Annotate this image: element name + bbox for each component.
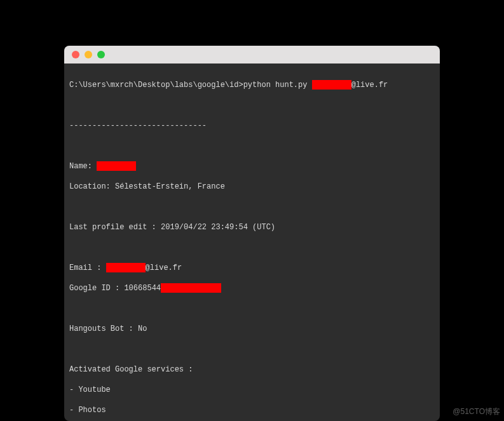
- name-label: Name:: [69, 162, 97, 171]
- services-header: Activated Google services :: [69, 364, 435, 375]
- email-line: Email : xxxxxx@live.fr: [69, 263, 435, 273]
- watermark: @51CTO博客: [453, 406, 500, 417]
- hangouts-label: Hangouts Bot :: [69, 324, 138, 333]
- email-label: Email :: [69, 264, 106, 272]
- google-id-label: Google ID :: [69, 284, 124, 293]
- maximize-icon[interactable]: [97, 51, 105, 58]
- terminal-window: C:\Users\mxrch\Desktop\labs\google\id>py…: [64, 46, 440, 421]
- redacted-name: xxxxxxx: [97, 161, 136, 171]
- location-value: Sélestat-Erstein, France: [115, 182, 225, 191]
- minimize-icon[interactable]: [85, 51, 92, 58]
- location-label: Location:: [69, 182, 115, 191]
- last-edit-value: 2019/04/22 23:49:54 (UTC): [161, 223, 275, 232]
- name-line: Name: xxxxxxx: [69, 161, 435, 171]
- redacted-email-user-2: xxxxxx: [106, 263, 146, 272]
- prompt-path: C:\Users\mxrch\Desktop\labs\google\id>: [69, 81, 243, 90]
- email-domain-2: @live.fr: [146, 264, 182, 272]
- service-photos: - Photos: [69, 405, 435, 415]
- hangouts-value: No: [138, 324, 147, 333]
- window-titlebar: [64, 46, 440, 63]
- redacted-google-id: xxxxxxxxxxx: [161, 283, 221, 293]
- service-youtube: - Youtube: [69, 385, 435, 395]
- email-domain: @live.fr: [351, 81, 388, 90]
- hangouts-line: Hangouts Bot : No: [69, 324, 435, 334]
- close-icon[interactable]: [72, 51, 79, 58]
- google-id-prefix: 10668544: [124, 284, 161, 293]
- terminal-output[interactable]: C:\Users\mxrch\Desktop\labs\google\id>py…: [64, 63, 440, 421]
- last-edit-line: Last profile edit : 2019/04/22 23:49:54 …: [69, 222, 435, 232]
- location-line: Location: Sélestat-Erstein, France: [69, 182, 435, 192]
- redacted-email-user: xxxxxxx: [312, 80, 351, 90]
- last-edit-label: Last profile edit :: [69, 223, 161, 232]
- google-id-line: Google ID : 10668544xxxxxxxxxxx: [69, 283, 435, 293]
- command-text: python hunt.py: [243, 81, 312, 90]
- prompt-line: C:\Users\mxrch\Desktop\labs\google\id>py…: [69, 80, 435, 90]
- divider: ------------------------------: [69, 121, 435, 131]
